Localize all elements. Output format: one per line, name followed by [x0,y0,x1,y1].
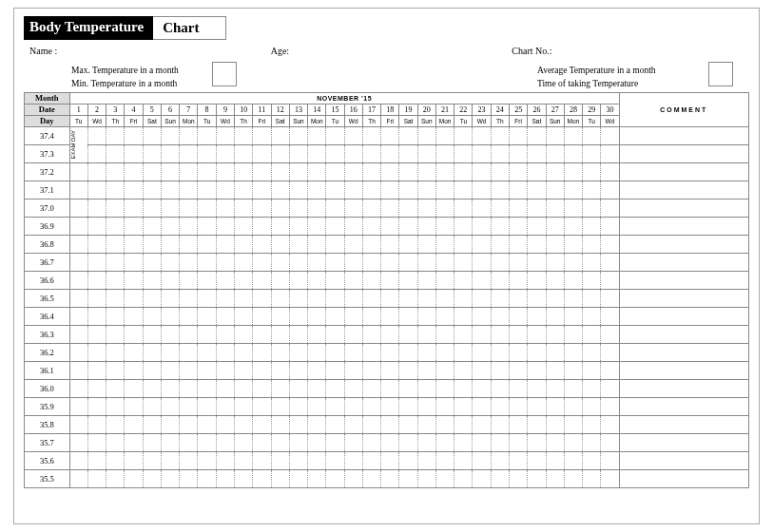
grid-cell [564,200,582,218]
grid-cell [326,344,344,362]
grid-cell [326,290,344,308]
grid-cell [308,145,326,163]
grid-cell [510,145,528,163]
grid-cell [344,308,362,326]
grid-cell [381,308,399,326]
grid-cell [435,163,454,181]
grid-cell [87,380,106,398]
grid-cell [454,254,473,272]
date-cell: 20 [417,104,435,116]
grid-cell [510,452,528,470]
date-cell: 21 [435,104,454,116]
grid-cell [143,326,161,344]
grid-cell [326,181,344,200]
grid-cell [308,362,326,380]
grid-cell [417,452,435,470]
grid-cell [198,290,216,308]
grid-cell [454,145,473,163]
day-cell: Tu [454,116,473,127]
temp-row: 37.4EXAM DAY [25,127,749,145]
age-label: Age: [271,46,509,56]
avg-temp-label: Average Temperature in a month [537,64,656,77]
grid-cell [143,344,161,362]
grid-cell [601,181,619,200]
grid-cell [546,326,564,344]
comment-cell [619,416,748,434]
grid-cell [161,200,179,218]
grid-cell [417,398,435,416]
grid-cell [546,127,564,145]
grid-cell [546,236,564,254]
grid-cell [399,434,417,452]
grid-cell [106,290,125,308]
grid-cell [235,145,253,163]
grid-cell [344,344,362,362]
grid-cell [583,362,601,380]
grid-cell [216,254,234,272]
grid-cell [528,236,546,254]
date-cell: 19 [399,104,417,116]
grid-cell [473,290,491,308]
grid-cell [473,181,491,200]
grid-cell [473,272,491,290]
grid-cell [143,145,161,163]
grid-cell [417,308,435,326]
grid-cell [510,163,528,181]
grid-cell [381,398,399,416]
grid-cell [510,380,528,398]
grid-cell [546,181,564,200]
grid-cell [235,452,253,470]
grid-cell [326,452,344,470]
grid-cell [69,181,87,200]
grid-cell [308,344,326,362]
comment-cell [619,218,748,236]
day-cell: Sat [143,116,161,127]
grid-cell [454,290,473,308]
grid-cell [362,163,380,181]
day-cell: Mon [180,116,198,127]
temp-value: 36.1 [25,362,70,380]
grid-cell [69,254,87,272]
stats-left: Max. Temperature in a month Min. Tempera… [71,64,179,90]
grid-cell [271,181,289,200]
grid-cell [381,127,399,145]
grid-cell [69,200,87,218]
grid-cell [106,434,125,452]
grid-cell [125,308,143,326]
grid-cell [583,416,601,434]
comment-cell [619,308,748,326]
date-cell: 15 [326,104,344,116]
day-cell: Th [362,116,380,127]
grid-cell [583,470,601,488]
grid-cell [528,127,546,145]
grid-cell [326,145,344,163]
grid-cell [87,434,106,452]
title-part2: Chart [153,16,226,40]
grid-cell [326,380,344,398]
grid-cell [235,326,253,344]
temp-value: 37.2 [25,163,70,181]
grid-cell [601,236,619,254]
date-cell: 18 [381,104,399,116]
grid-cell [180,200,198,218]
grid-cell [528,254,546,272]
grid-cell [362,344,380,362]
grid-cell [601,218,619,236]
temp-row: 36.0 [25,380,749,398]
grid-cell [106,452,125,470]
grid-cell [289,236,307,254]
grid-cell [564,398,582,416]
grid-cell [216,181,234,200]
grid-cell [326,236,344,254]
grid-cell [289,380,307,398]
grid-cell [161,470,179,488]
grid-cell [454,470,473,488]
grid-cell [235,362,253,380]
grid-cell [143,452,161,470]
grid-cell [473,145,491,163]
grid-cell [143,308,161,326]
day-label: Day [25,116,70,127]
grid-cell [87,344,106,362]
grid-cell [454,344,473,362]
grid-cell [491,145,509,163]
